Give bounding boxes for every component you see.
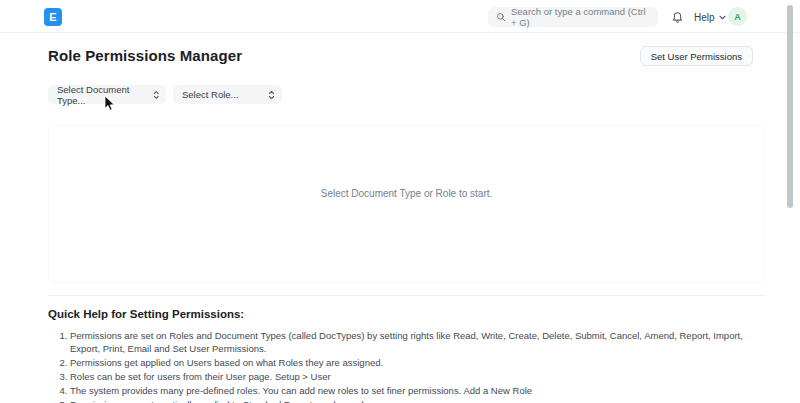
role-select[interactable]: Select Role...: [173, 85, 282, 104]
list-item: Permissions get applied on Users based o…: [70, 356, 768, 369]
list-item: The system provides many pre-defined rol…: [70, 384, 768, 397]
search-input[interactable]: Search or type a command (Ctrl + G): [488, 7, 658, 27]
quick-help-heading: Quick Help for Setting Permissions:: [48, 308, 768, 320]
doctype-select-value: Select Document Type...: [57, 84, 153, 106]
avatar[interactable]: A: [728, 7, 747, 26]
vertical-scrollbar[interactable]: [787, 5, 793, 208]
role-select-value: Select Role...: [182, 89, 239, 100]
bell-icon: [671, 11, 684, 24]
select-chevrons-icon: [268, 90, 275, 100]
chevron-down-icon: [719, 15, 726, 20]
list-item: Permissions are set on Roles and Documen…: [70, 329, 768, 355]
filters-bar: Select Document Type... Select Role...: [48, 85, 282, 104]
search-icon: [496, 12, 506, 22]
set-user-permissions-button[interactable]: Set User Permissions: [640, 46, 753, 66]
quick-help-list: Permissions are set on Roles and Documen…: [70, 329, 768, 403]
select-chevrons-icon: [153, 90, 159, 100]
doctype-select[interactable]: Select Document Type...: [48, 85, 166, 104]
setup-user-link[interactable]: Setup > User: [275, 371, 331, 382]
app-logo[interactable]: E: [44, 8, 62, 26]
search-placeholder: Search or type a command (Ctrl + G): [511, 6, 650, 28]
list-item: Roles can be set for users from their Us…: [70, 370, 768, 383]
help-item-text: Permissions are set on Roles and Documen…: [70, 330, 743, 354]
empty-state-message: Select Document Type or Role to start.: [49, 188, 764, 199]
help-item-text: Permissions get applied on Users based o…: [70, 357, 383, 368]
app-logo-letter: E: [49, 11, 56, 23]
help-dropdown[interactable]: Help: [694, 9, 726, 25]
section-divider: [48, 295, 765, 296]
quick-help-section: Quick Help for Setting Permissions: Perm…: [48, 308, 768, 403]
help-item-text: The system provides many pre-defined rol…: [70, 385, 461, 396]
help-label: Help: [694, 12, 715, 23]
help-item-text: Permissions are automatically applied to…: [70, 399, 385, 403]
permissions-panel: Select Document Type or Role to start.: [48, 125, 765, 283]
navbar: E Search or type a command (Ctrl + G) He…: [0, 0, 800, 33]
page-title: Role Permissions Manager: [48, 47, 242, 64]
avatar-letter: A: [734, 12, 741, 22]
add-new-role-link[interactable]: Add a New Role: [463, 385, 532, 396]
list-item: Permissions are automatically applied to…: [70, 398, 768, 403]
page-header: Role Permissions Manager Set User Permis…: [0, 34, 800, 76]
notifications-button[interactable]: [668, 8, 686, 26]
help-item-text: Roles can be set for users from their Us…: [70, 371, 272, 382]
